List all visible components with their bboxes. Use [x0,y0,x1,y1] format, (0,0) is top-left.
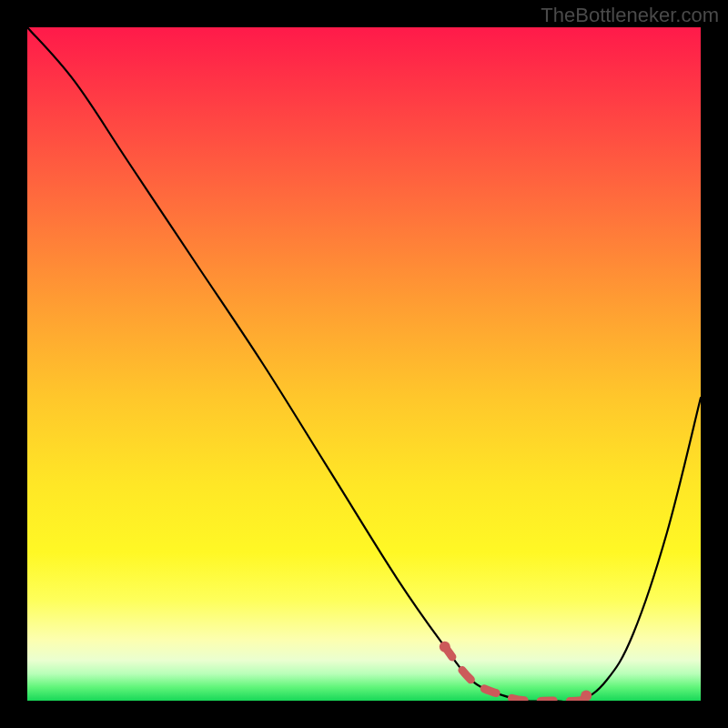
curve-layer [27,27,701,701]
chart-frame: TheBottleneker.com [0,0,728,728]
watermark-text: TheBottleneker.com [541,4,719,27]
optimal-range-start-dot [440,642,450,652]
plot-area [27,27,701,701]
bottleneck-curve-line [27,27,701,701]
optimal-range-marker [445,647,586,701]
optimal-range-end-dot [581,690,592,701]
